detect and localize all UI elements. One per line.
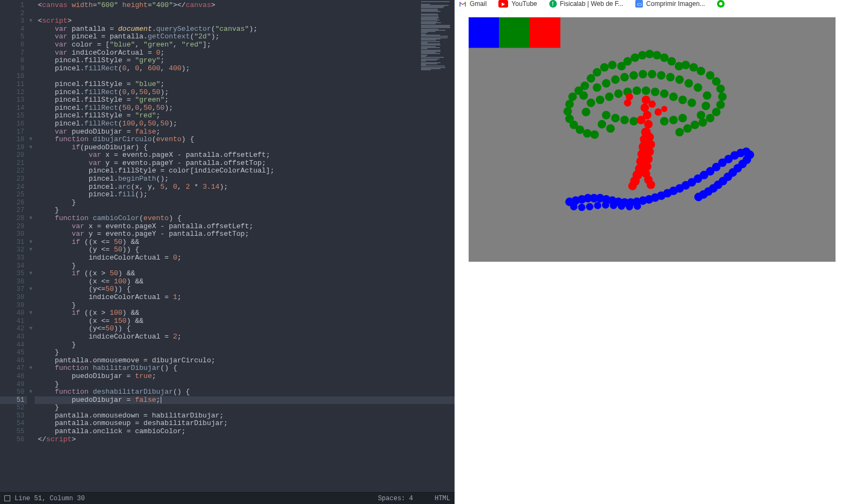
browser-pane: Gmail ▶ YouTube f Fisicalab | Web de F..… bbox=[455, 0, 855, 504]
svg-point-60 bbox=[620, 116, 629, 124]
bookmark-fisicalab[interactable]: f Fisicalab | Web de F... bbox=[549, 0, 624, 8]
svg-point-4 bbox=[646, 50, 654, 58]
svg-point-42 bbox=[660, 89, 669, 98]
svg-point-59 bbox=[611, 114, 620, 123]
svg-point-61 bbox=[629, 117, 638, 125]
svg-point-49 bbox=[620, 73, 629, 82]
svg-point-68 bbox=[675, 128, 684, 137]
svg-point-6 bbox=[660, 54, 669, 62]
svg-point-146 bbox=[586, 203, 594, 211]
svg-point-43 bbox=[669, 92, 678, 101]
bookmark-label: Comprimir Imagen... bbox=[646, 0, 705, 8]
user-drawing bbox=[469, 17, 836, 262]
fold-column[interactable]: ▼▼▼▼▼▼▼▼▼▼▼▼ bbox=[27, 0, 35, 492]
svg-point-10 bbox=[568, 92, 577, 101]
svg-point-57 bbox=[694, 83, 702, 92]
svg-point-73 bbox=[702, 102, 711, 110]
svg-point-7 bbox=[667, 57, 676, 65]
svg-point-26 bbox=[690, 121, 699, 129]
svg-point-150 bbox=[618, 202, 626, 210]
svg-point-22 bbox=[716, 101, 725, 109]
svg-point-5 bbox=[653, 51, 661, 59]
bookmark-green[interactable] bbox=[717, 0, 728, 8]
status-bar: Line 51, Column 30 Spaces: 4 HTML bbox=[0, 492, 455, 504]
green-circle-icon bbox=[717, 0, 725, 8]
svg-point-62 bbox=[660, 117, 669, 125]
svg-point-28 bbox=[593, 68, 601, 77]
svg-point-151 bbox=[626, 203, 633, 211]
svg-point-29 bbox=[600, 63, 609, 72]
svg-point-54 bbox=[666, 73, 675, 82]
line-number-gutter[interactable]: 1234567891011121314151617181920212223242… bbox=[0, 0, 27, 492]
svg-point-20 bbox=[716, 84, 725, 93]
cursor-position[interactable]: Line 51, Column 30 bbox=[15, 495, 85, 502]
svg-point-11 bbox=[565, 100, 574, 109]
svg-point-145 bbox=[578, 204, 586, 211]
svg-point-152 bbox=[634, 202, 641, 210]
svg-point-18 bbox=[706, 71, 714, 79]
svg-point-99 bbox=[647, 181, 655, 189]
svg-point-79 bbox=[648, 101, 656, 108]
indent-setting[interactable]: Spaces: 4 bbox=[378, 495, 413, 502]
svg-point-36 bbox=[605, 92, 614, 101]
bookmark-gmail[interactable]: Gmail bbox=[459, 0, 486, 8]
svg-point-81 bbox=[637, 116, 646, 124]
svg-point-37 bbox=[614, 89, 623, 98]
svg-point-70 bbox=[580, 91, 588, 100]
svg-point-31 bbox=[681, 61, 690, 69]
svg-point-149 bbox=[610, 202, 617, 209]
svg-point-78 bbox=[641, 103, 649, 112]
svg-point-56 bbox=[685, 79, 693, 88]
svg-point-69 bbox=[581, 82, 589, 90]
svg-point-24 bbox=[706, 114, 714, 123]
code-editor-pane: 1234567891011121314151617181920212223242… bbox=[0, 0, 455, 504]
svg-point-74 bbox=[696, 111, 705, 120]
svg-point-65 bbox=[597, 120, 606, 129]
svg-point-27 bbox=[587, 74, 595, 83]
svg-point-12 bbox=[563, 107, 572, 116]
bookmark-compress[interactable]: ▭ Comprimir Imagen... bbox=[635, 0, 705, 8]
svg-point-53 bbox=[657, 71, 666, 79]
svg-point-32 bbox=[689, 63, 698, 72]
svg-point-76 bbox=[624, 99, 632, 107]
minimap[interactable] bbox=[420, 1, 453, 71]
svg-point-100 bbox=[655, 108, 662, 116]
svg-point-44 bbox=[679, 96, 687, 104]
svg-point-47 bbox=[602, 79, 610, 88]
bookmark-label: Fisicalab | Web de F... bbox=[560, 0, 624, 8]
bookmark-label: YouTube bbox=[511, 0, 537, 8]
svg-point-72 bbox=[703, 91, 712, 100]
youtube-icon: ▶ bbox=[498, 0, 508, 8]
svg-point-46 bbox=[593, 83, 601, 92]
svg-point-96 bbox=[643, 162, 652, 171]
svg-point-95 bbox=[644, 155, 653, 163]
svg-point-30 bbox=[608, 61, 617, 69]
panel-toggle-icon[interactable] bbox=[4, 495, 10, 501]
gmail-icon bbox=[459, 0, 466, 8]
code-text-area[interactable]: <canvas width="600" height="400"></canva… bbox=[35, 0, 455, 492]
svg-point-58 bbox=[602, 111, 610, 120]
editor-body: 1234567891011121314151617181920212223242… bbox=[0, 0, 455, 492]
canvas-output[interactable] bbox=[469, 17, 836, 262]
svg-point-17 bbox=[590, 130, 599, 139]
svg-point-2 bbox=[630, 54, 639, 62]
svg-point-71 bbox=[582, 108, 590, 116]
svg-point-143 bbox=[694, 193, 703, 201]
syntax-mode[interactable]: HTML bbox=[435, 495, 450, 502]
svg-point-23 bbox=[712, 108, 721, 116]
svg-point-25 bbox=[699, 118, 707, 127]
svg-point-50 bbox=[629, 71, 638, 79]
svg-point-67 bbox=[683, 124, 692, 133]
svg-point-39 bbox=[633, 87, 641, 95]
svg-point-92 bbox=[646, 133, 654, 142]
bookmark-label: Gmail bbox=[470, 0, 486, 8]
svg-point-144 bbox=[570, 203, 578, 211]
bookmark-youtube[interactable]: ▶ YouTube bbox=[498, 0, 537, 8]
svg-point-91 bbox=[628, 182, 637, 190]
svg-point-40 bbox=[642, 87, 650, 95]
svg-point-15 bbox=[576, 125, 584, 134]
svg-point-35 bbox=[596, 96, 604, 104]
svg-point-93 bbox=[647, 140, 655, 149]
svg-point-148 bbox=[602, 201, 609, 209]
svg-point-41 bbox=[651, 88, 660, 96]
